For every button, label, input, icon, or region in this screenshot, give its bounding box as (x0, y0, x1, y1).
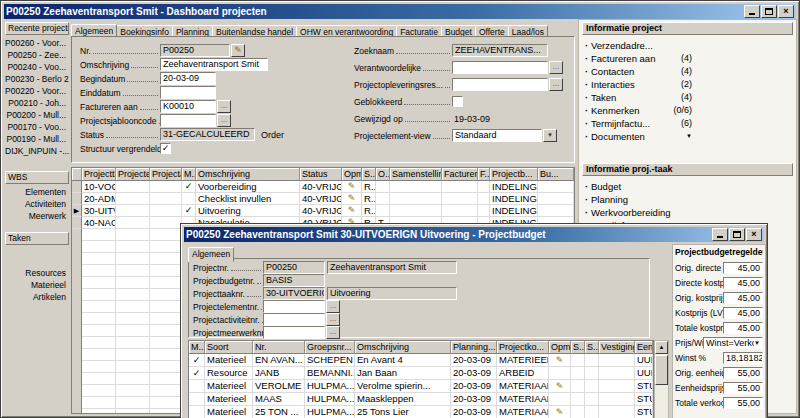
tab-buitenlandse-handel[interactable]: Buitenlandse handel (212, 25, 297, 36)
column-header[interactable]: Omschrijving (196, 168, 300, 181)
sidebar-item-recent-project[interactable]: P00190 - Mull... (5, 133, 69, 145)
table-row[interactable]: ✓ResourceJANBBEMANNI...Jan Baan20-03-09A… (189, 367, 653, 380)
tab-algemeen[interactable]: Algemeen (188, 247, 234, 262)
einddatum-field[interactable] (160, 86, 216, 99)
sidebar-item-activiteiten[interactable]: Activiteiten (5, 198, 69, 210)
table-row[interactable]: ✓MaterieelEN AVAN...SCHEPENEn Avant 420-… (189, 354, 653, 367)
totale-verkoopprijs-field[interactable]: 55,00 (723, 397, 763, 409)
close-button[interactable]: × (746, 228, 762, 241)
browse-button[interactable]: … (217, 100, 231, 113)
tab-offerte[interactable]: Offerte (475, 25, 509, 36)
column-header[interactable]: Projectel... (116, 168, 150, 181)
browse-button[interactable]: … (326, 300, 340, 313)
projectopleveringsres-field[interactable] (452, 78, 548, 91)
column-header[interactable]: Nr. (253, 341, 305, 354)
sidebar-item-recent-project[interactable]: P00200 - Mull... (5, 109, 69, 121)
eenheidsprijs-field[interactable]: 55,00 (723, 382, 763, 394)
sidebar-item-recent-project[interactable]: P00210 - Joh... (5, 97, 69, 109)
column-header[interactable] (72, 168, 82, 181)
projectsjablooncode-field[interactable] (160, 114, 216, 127)
sidebar-header-taken[interactable]: Taken (5, 232, 69, 245)
sidebar-item-meerwerk[interactable]: Meerwerk (5, 210, 69, 222)
minimize-button[interactable] (744, 5, 760, 18)
projectmeerwerknr-field[interactable] (263, 326, 325, 339)
tab-laad-los[interactable]: Laad/los (508, 25, 548, 36)
column-header[interactable]: Facturer... (442, 168, 478, 181)
browse-button[interactable]: … (549, 61, 563, 74)
totale-kostprijs-field[interactable]: 45,00 (723, 322, 763, 334)
column-header[interactable]: Planning... (451, 341, 497, 354)
column-header[interactable]: Projectt... (82, 168, 116, 181)
column-header[interactable]: M... (182, 168, 196, 181)
tab-budget[interactable]: Budget (441, 25, 476, 36)
info-link-factureren-aan[interactable]: Factureren aan(4) (582, 52, 692, 65)
sidebar-item-elementen[interactable]: Elementen (5, 186, 69, 198)
browse-button[interactable]: … (549, 78, 563, 91)
structuur-vergrendeld-checkbox[interactable]: ✓ (160, 143, 171, 154)
info-link-werkvoorbereiding[interactable]: Werkvoorbereiding (582, 206, 692, 219)
omschrijving-field[interactable]: Zeehaventransport Smit (160, 58, 268, 71)
info-link-interacties[interactable]: Interacties(2) (582, 78, 692, 91)
column-header[interactable]: Projectb... (490, 168, 538, 181)
column-header[interactable]: Bu... (538, 168, 574, 181)
table-row[interactable]: ▶30-UITV...✓Uitvoering40-VRIJG...✎R...IN… (72, 205, 574, 217)
table-row[interactable]: MaterieelVEROLMEHULPMA...Verolme spierin… (189, 380, 653, 393)
maximize-button[interactable] (761, 5, 777, 18)
sidebar-item-recent-project[interactable]: P00240 - Voo... (5, 61, 69, 73)
tab-algemeen[interactable]: Algemeen (71, 24, 117, 36)
table-row[interactable]: Materieel25 TON ...HULPMA...25 Tons Lier… (189, 406, 653, 418)
prijs-winst-select[interactable]: Winst=Verko...▼ (703, 337, 763, 349)
sidebar-item-materieel[interactable]: Materieel (5, 279, 69, 291)
edit-button[interactable]: ✎ (231, 44, 245, 57)
column-header[interactable]: Status (300, 168, 342, 181)
info-link-verzendadres[interactable]: Verzendadre... (582, 39, 692, 52)
row-selector-cell[interactable]: ▶ (72, 205, 82, 217)
column-header[interactable]: Soort (205, 341, 253, 354)
info-link-budget[interactable]: Budget (582, 180, 692, 193)
column-header[interactable]: Projectko... (497, 341, 549, 354)
orig-kostprijs-field[interactable]: 45,00 (723, 292, 763, 304)
tab-planning[interactable]: Planning (172, 25, 213, 36)
projectactiviteitnr-field[interactable] (263, 313, 325, 326)
verantwoordelijke-field[interactable] (452, 61, 548, 74)
sidebar-header-recent-projects[interactable]: Recente projecten (5, 22, 69, 35)
orig-eenheidsprijs-field[interactable]: 55,00 (723, 367, 763, 379)
browse-button[interactable]: … (326, 326, 340, 339)
table-row[interactable]: 10-VOO...✓Voorbereiding40-VRIJG...✎R...I… (72, 181, 574, 193)
sidebar-item-recent-project[interactable]: P00250 - Zee... (5, 49, 69, 61)
maximize-button[interactable] (729, 228, 745, 241)
table-row[interactable]: 20-ADMChecklist invullen40-VRIJG...✎R...… (72, 193, 574, 205)
column-header[interactable]: S... (571, 341, 585, 354)
column-header[interactable]: S... (362, 168, 376, 181)
column-header[interactable]: Opm... (342, 168, 362, 181)
close-button[interactable]: × (778, 5, 794, 18)
row-selector-cell[interactable] (72, 217, 82, 229)
column-header[interactable]: Opm... (549, 341, 571, 354)
vertical-scrollbar[interactable]: ▲ ▼ (654, 340, 669, 418)
sidebar-item-recent-project[interactable]: P00230 - Berlo 2 (5, 73, 69, 85)
projectbudget-titlebar[interactable]: P00250 Zeehaventransport Smit 30-UITVOER… (184, 227, 764, 242)
info-link-documenten[interactable]: Documenten▼ (582, 130, 692, 143)
info-link-contacten[interactable]: Contacten(4) (582, 65, 692, 78)
projectelement-view-select[interactable]: Standaard (452, 129, 542, 142)
scroll-up-button[interactable]: ▲ (655, 341, 668, 354)
column-header[interactable]: Projectac... (150, 168, 182, 181)
sidebar-item-recent-project[interactable]: P00260 - Voor... (5, 37, 69, 49)
geblokkeerd-checkbox[interactable] (452, 96, 463, 107)
column-header[interactable]: Omschrijving (355, 341, 451, 354)
scroll-thumb[interactable] (655, 355, 668, 385)
kostprijs-lv-field[interactable]: 45,00 (723, 307, 763, 319)
column-header[interactable]: M... (189, 341, 205, 354)
browse-button[interactable]: … (326, 313, 340, 326)
column-header[interactable]: Samenstelling (390, 168, 442, 181)
tab-boekingsinfo[interactable]: Boekingsinfo (116, 25, 173, 36)
row-selector-cell[interactable] (72, 193, 82, 205)
column-header[interactable]: S... (585, 341, 599, 354)
column-header[interactable]: Eenh... (635, 341, 653, 354)
column-header[interactable]: F... (478, 168, 490, 181)
winst-percentage-field[interactable]: 18,18182 (723, 352, 763, 364)
table-row[interactable]: MaterieelMAASHULPMA...Maaskleppen20-03-0… (189, 393, 653, 406)
column-header[interactable]: Groepsnr... (305, 341, 355, 354)
main-titlebar[interactable]: P00250 Zeehaventransport Smit - Dashboar… (4, 4, 796, 19)
sidebar-item-resources[interactable]: Resources (5, 267, 69, 279)
